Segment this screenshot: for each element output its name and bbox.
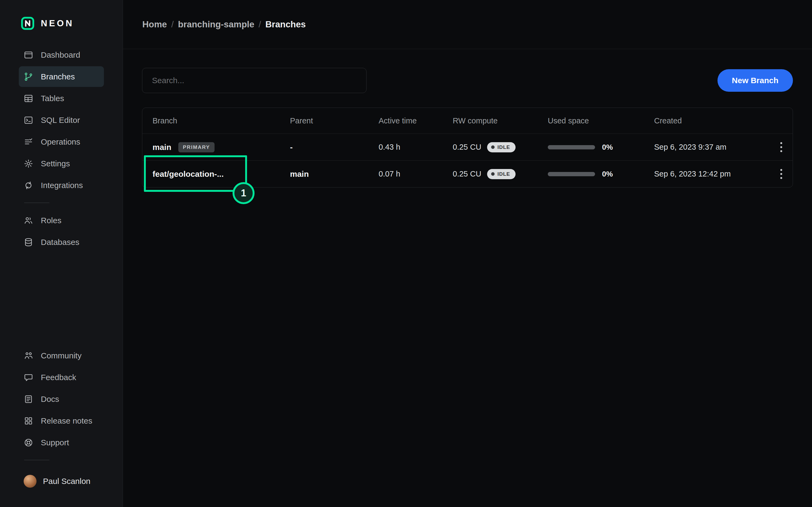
used-space-cell: 0% <box>548 143 654 152</box>
neon-logo-icon <box>21 17 34 30</box>
dashboard-icon <box>23 50 33 60</box>
breadcrumb-project[interactable]: branching-sample <box>178 19 254 30</box>
sidebar-item-label: Release notes <box>41 416 92 426</box>
toolbar: New Branch <box>142 68 793 93</box>
speech-bubble-icon <box>23 373 33 382</box>
table-header-row: Branch Parent Active time RW compute Use… <box>142 108 793 133</box>
column-header-branch: Branch <box>153 116 290 125</box>
sidebar-item-databases[interactable]: Databases <box>19 232 104 252</box>
active-time-cell: 0.07 h <box>378 170 453 178</box>
used-space-cell: 0% <box>548 170 654 178</box>
sidebar-nav-footer: Community Feedback Docs Release notes <box>0 345 123 507</box>
used-space-bar <box>548 172 595 176</box>
branch-name: main <box>153 143 171 152</box>
sidebar-item-label: Community <box>41 351 82 360</box>
sidebar-item-label: Integrations <box>41 181 83 190</box>
sidebar-nav-primary: Dashboard Branches Tables SQL Editor <box>0 45 123 253</box>
sidebar-item-tables[interactable]: Tables <box>19 88 104 109</box>
sidebar-item-sql-editor[interactable]: SQL Editor <box>19 110 104 130</box>
operations-icon <box>23 137 33 147</box>
status-label: IDLE <box>497 144 510 150</box>
branches-content: New Branch Branch Parent Active time RW … <box>123 49 812 187</box>
parent-cell: main <box>290 170 378 179</box>
sidebar-item-label: Roles <box>41 216 61 225</box>
rw-compute-value: 0.25 CU <box>453 143 481 152</box>
branch-name-cell[interactable]: main PRIMARY <box>153 142 290 152</box>
sidebar-divider <box>24 203 49 203</box>
page-header: Home / branching-sample / Branches <box>123 0 812 49</box>
life-buoy-icon <box>23 438 33 447</box>
brand-logo[interactable]: NEON <box>0 0 123 45</box>
branches-table: Branch Parent Active time RW compute Use… <box>142 108 793 187</box>
sidebar-item-feedback[interactable]: Feedback <box>19 367 104 388</box>
sidebar-item-support[interactable]: Support <box>19 432 104 453</box>
sidebar-item-label: Branches <box>41 72 75 81</box>
status-label: IDLE <box>497 171 510 177</box>
sidebar-item-label: SQL Editor <box>41 116 80 125</box>
brand-name: NEON <box>41 18 74 29</box>
sidebar: NEON Dashboard Branches Tables <box>0 0 123 507</box>
sidebar-item-release-notes[interactable]: Release notes <box>19 410 104 431</box>
sidebar-item-integrations[interactable]: Integrations <box>19 175 104 195</box>
rw-compute-cell: 0.25 CU IDLE <box>453 142 548 152</box>
breadcrumb-home[interactable]: Home <box>142 19 167 30</box>
sidebar-item-label: Support <box>41 438 69 447</box>
search-input[interactable] <box>142 68 366 93</box>
column-header-rw-compute: RW compute <box>453 116 548 125</box>
breadcrumb-separator: / <box>259 19 261 30</box>
sidebar-item-label: Databases <box>41 238 79 247</box>
rw-compute-cell: 0.25 CU IDLE <box>453 169 548 179</box>
sidebar-item-operations[interactable]: Operations <box>19 131 104 152</box>
rw-compute-value: 0.25 CU <box>453 170 481 178</box>
breadcrumb-current: Branches <box>265 19 306 30</box>
database-icon <box>23 237 33 247</box>
sidebar-item-docs[interactable]: Docs <box>19 389 104 409</box>
column-header-created: Created <box>654 116 770 125</box>
table-row[interactable]: feat/geolocation-... main 0.07 h 0.25 CU… <box>142 160 793 187</box>
created-cell: Sep 6, 2023 9:37 am <box>654 143 770 152</box>
gear-icon <box>23 159 33 168</box>
sidebar-item-roles[interactable]: Roles <box>19 210 104 231</box>
status-badge: IDLE <box>487 169 515 179</box>
sidebar-spacer <box>0 253 123 345</box>
created-cell: Sep 6, 2023 12:42 pm <box>654 170 770 178</box>
git-branch-icon <box>23 72 33 81</box>
branch-name: feat/geolocation-... <box>153 170 224 179</box>
app-root: NEON Dashboard Branches Tables <box>0 0 812 507</box>
used-space-percent: 0% <box>602 143 613 152</box>
status-dot-icon <box>491 172 495 176</box>
sidebar-item-label: Feedback <box>41 373 76 382</box>
used-space-bar <box>548 145 595 150</box>
active-time-cell: 0.43 h <box>378 143 453 152</box>
document-icon <box>23 394 33 404</box>
new-branch-button[interactable]: New Branch <box>717 69 793 92</box>
sidebar-item-label: Operations <box>41 137 80 147</box>
sidebar-item-community[interactable]: Community <box>19 345 104 366</box>
sidebar-item-settings[interactable]: Settings <box>19 153 104 174</box>
column-header-used-space: Used space <box>548 116 654 125</box>
search-box <box>142 68 366 93</box>
column-header-parent: Parent <box>290 116 378 125</box>
row-actions-button[interactable] <box>775 165 787 183</box>
parent-cell: - <box>290 143 378 152</box>
sidebar-item-branches[interactable]: Branches <box>19 66 104 87</box>
column-header-active-time: Active time <box>378 116 453 125</box>
status-badge: IDLE <box>487 142 515 152</box>
status-dot-icon <box>491 146 495 149</box>
sidebar-item-dashboard[interactable]: Dashboard <box>19 45 104 65</box>
table-row[interactable]: main PRIMARY - 0.43 h 0.25 CU IDLE <box>142 133 793 160</box>
sidebar-divider <box>24 460 49 460</box>
integrations-icon <box>23 180 33 190</box>
table-icon <box>23 94 33 103</box>
sidebar-item-label: Dashboard <box>41 50 80 60</box>
community-icon <box>23 351 33 360</box>
grid-icon <box>23 416 33 426</box>
branch-name-cell[interactable]: feat/geolocation-... <box>153 170 290 179</box>
terminal-icon <box>23 115 33 125</box>
roles-icon <box>23 216 33 225</box>
row-actions-button[interactable] <box>775 138 787 156</box>
user-menu[interactable]: Paul Scanlon <box>19 467 104 492</box>
used-space-percent: 0% <box>602 170 613 178</box>
sidebar-item-label: Settings <box>41 159 70 168</box>
avatar <box>23 475 37 488</box>
